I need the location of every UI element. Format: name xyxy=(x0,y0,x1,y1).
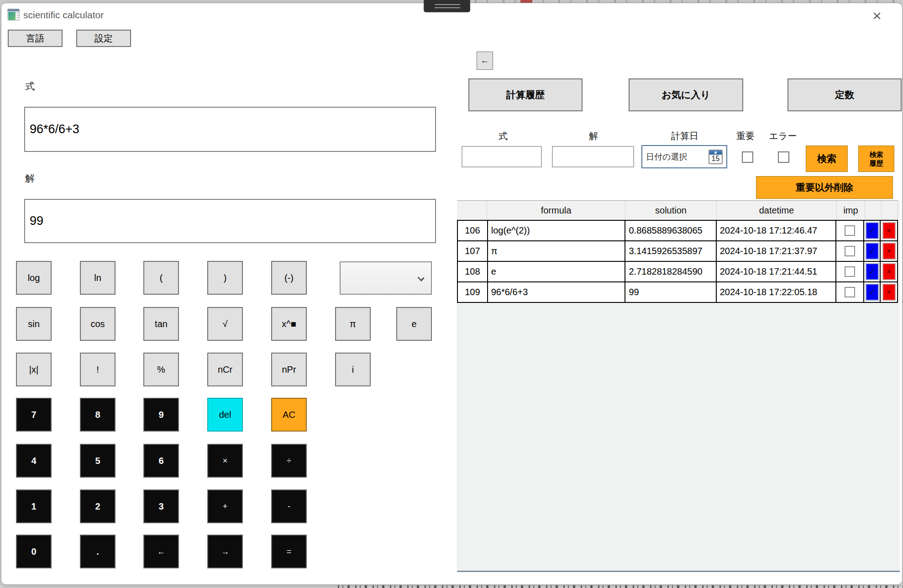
app-icon xyxy=(7,9,20,21)
search-date-label: 計算日 xyxy=(657,130,712,142)
key-4[interactable]: 4 xyxy=(16,444,52,478)
expression-label: 式 xyxy=(25,80,35,93)
header-row-number xyxy=(457,201,487,220)
calc-history-tab-button[interactable]: 計算履歴 xyxy=(468,78,583,111)
delete-non-important-button[interactable]: 重要以外削除 xyxy=(756,176,893,199)
key-npr[interactable]: nPr xyxy=(271,353,307,386)
check-icon: ✓ xyxy=(868,266,876,277)
key-7[interactable]: 7 xyxy=(16,398,52,432)
key-equals[interactable]: = xyxy=(271,535,307,568)
key-factorial[interactable]: ! xyxy=(80,353,116,386)
settings-button[interactable]: 設定 xyxy=(76,30,131,47)
history-table-header: formula solution datetime imp xyxy=(457,200,898,220)
key-8[interactable]: 8 xyxy=(80,398,116,432)
key-ac[interactable]: AC xyxy=(271,398,307,432)
table-row[interactable]: 107 π 3.1415926535897 2024-10-18 17:21:3… xyxy=(458,241,897,262)
constants-tab-button[interactable]: 定数 xyxy=(788,78,902,111)
back-button[interactable]: ← xyxy=(477,52,493,70)
check-icon: ✓ xyxy=(868,287,876,297)
close-button[interactable]: × xyxy=(867,7,887,24)
key-ln[interactable]: ln xyxy=(80,261,116,295)
key-0[interactable]: 0 xyxy=(16,535,52,568)
key-del[interactable]: del xyxy=(207,398,243,432)
key-6[interactable]: 6 xyxy=(143,444,179,478)
key-decimal[interactable]: . xyxy=(80,535,116,568)
search-date-picker[interactable]: 日付の選択 15 xyxy=(641,145,727,168)
chevron-down-icon xyxy=(417,274,424,281)
key-e[interactable]: e xyxy=(396,307,432,341)
key-tan[interactable]: tan xyxy=(143,307,179,341)
table-row[interactable]: 109 96*6/6+3 99 2024-10-18 17:22:05.18 ✓… xyxy=(458,282,897,303)
header-delete-column xyxy=(882,201,898,220)
key-negate[interactable]: (-) xyxy=(271,261,307,295)
search-important-label: 重要 xyxy=(731,130,760,142)
key-plus[interactable]: + xyxy=(207,489,243,523)
favorites-tab-button[interactable]: お気に入り xyxy=(629,78,743,111)
key-log[interactable]: log xyxy=(16,261,52,295)
search-history-button[interactable]: 検索 履歴 xyxy=(858,146,894,172)
row-delete-button[interactable]: × xyxy=(882,284,896,301)
app-window: scientific calculator × 言語 設定 式 解 log ln… xyxy=(1,3,903,585)
window-drag-handle[interactable] xyxy=(424,0,470,12)
row-important-checkbox[interactable] xyxy=(845,225,855,236)
row-important-checkbox[interactable] xyxy=(845,266,855,277)
row-datetime: 2024-10-18 17:21:44.51 xyxy=(717,262,836,281)
row-favorite-button[interactable]: ✓ xyxy=(866,243,879,260)
date-picker-placeholder: 日付の選択 xyxy=(646,151,709,162)
important-checkbox[interactable] xyxy=(742,151,753,163)
row-delete-button[interactable]: × xyxy=(882,243,896,260)
key-open-paren[interactable]: ( xyxy=(143,261,179,295)
key-abs[interactable]: |x| xyxy=(16,353,52,386)
table-row[interactable]: 106 log(e^(2)) 0.8685889638065 2024-10-1… xyxy=(458,221,897,241)
key-sqrt[interactable]: √ xyxy=(207,307,243,341)
key-ncr[interactable]: nCr xyxy=(207,353,243,386)
row-favorite-button[interactable]: ✓ xyxy=(866,222,879,239)
key-cursor-right[interactable]: → xyxy=(207,535,243,568)
key-pi[interactable]: π xyxy=(335,307,371,341)
calendar-icon[interactable]: 15 xyxy=(709,150,723,164)
x-icon: × xyxy=(887,226,891,235)
key-power[interactable]: x^■ xyxy=(271,307,307,341)
key-5[interactable]: 5 xyxy=(80,444,116,478)
row-delete-button[interactable]: × xyxy=(882,263,896,280)
close-icon: × xyxy=(872,7,882,25)
key-2[interactable]: 2 xyxy=(80,489,116,523)
key-i[interactable]: i xyxy=(335,353,371,386)
row-solution: 0.8685889638065 xyxy=(625,221,716,240)
key-9[interactable]: 9 xyxy=(143,398,179,432)
search-button[interactable]: 検索 xyxy=(806,146,848,172)
solution-output[interactable] xyxy=(24,199,436,243)
key-close-paren[interactable]: ) xyxy=(207,261,243,295)
expression-input[interactable] xyxy=(24,107,436,152)
search-expression-label: 式 xyxy=(485,130,521,142)
key-sin[interactable]: sin xyxy=(16,307,52,341)
key-cursor-left[interactable]: ← xyxy=(143,535,179,568)
header-solution: solution xyxy=(625,201,717,220)
key-percent[interactable]: % xyxy=(143,353,179,386)
row-favorite-button[interactable]: ✓ xyxy=(866,284,879,301)
key-1[interactable]: 1 xyxy=(16,489,52,523)
row-favorite-button[interactable]: ✓ xyxy=(866,263,879,280)
row-important-checkbox[interactable] xyxy=(845,287,855,297)
header-check-column xyxy=(865,201,882,220)
table-row[interactable]: 108 e 2.7182818284590 2024-10-18 17:21:4… xyxy=(458,262,897,282)
key-minus[interactable]: - xyxy=(271,489,307,523)
key-multiply[interactable]: × xyxy=(207,444,243,478)
function-select[interactable] xyxy=(340,261,432,295)
key-divide[interactable]: ÷ xyxy=(271,444,307,478)
row-formula: e xyxy=(488,262,626,281)
search-solution-input[interactable] xyxy=(552,146,634,167)
row-important-checkbox[interactable] xyxy=(845,246,855,256)
row-delete-button[interactable]: × xyxy=(882,222,896,239)
row-datetime: 2024-10-18 17:21:37.97 xyxy=(717,241,836,261)
error-checkbox[interactable] xyxy=(778,151,789,163)
header-formula: formula xyxy=(487,201,625,220)
row-solution: 99 xyxy=(625,282,716,302)
row-id: 106 xyxy=(458,221,488,240)
search-expression-input[interactable] xyxy=(462,146,542,167)
key-cos[interactable]: cos xyxy=(80,307,116,341)
key-3[interactable]: 3 xyxy=(143,489,179,523)
row-formula: 96*6/6+3 xyxy=(488,282,626,302)
check-icon: ✓ xyxy=(868,225,876,236)
language-button[interactable]: 言語 xyxy=(8,30,63,47)
